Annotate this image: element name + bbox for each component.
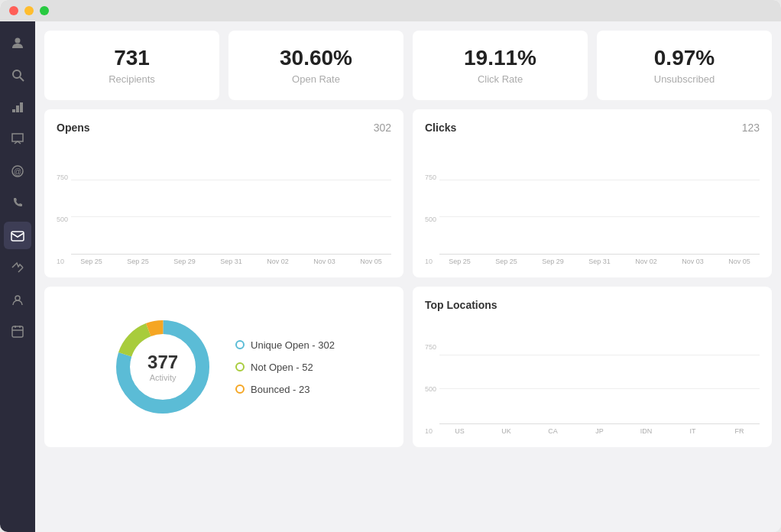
opens-x-labels: Sep 25Sep 25Sep 29Sep 31Nov 02Nov 03Nov … <box>71 255 391 265</box>
titlebar <box>0 0 781 21</box>
location-x-label: UK <box>486 427 527 435</box>
bottom-row: 377 Activity Unique Open - 302Not Open -… <box>44 287 772 447</box>
stat-label-unsubscribed: Unsubscribed <box>609 73 760 85</box>
opens-y-labels: 750 500 10 <box>57 174 71 265</box>
opens-bars <box>71 143 391 255</box>
stat-value-open-rate: 30.60% <box>241 46 391 70</box>
opens-chart-header: Opens 302 <box>57 122 391 134</box>
sidebar-icon-4[interactable]: @ <box>4 157 31 185</box>
legend-item-not-open: Not Open - 52 <box>235 362 335 373</box>
minimize-button[interactable] <box>24 6 34 15</box>
svg-line-2 <box>20 77 24 81</box>
top-locations-title: Top Locations <box>425 299 497 311</box>
locations-bars-wrapper: USUKCAJPIDNITFR <box>439 320 760 435</box>
svg-point-9 <box>15 296 20 300</box>
location-x-label: FR <box>719 427 760 435</box>
charts-row: Opens 302 750 500 10 <box>44 109 772 277</box>
opens-grid <box>71 143 391 254</box>
top-locations-card: Top Locations 750 500 10 USUKCAJPIDNITFR <box>413 287 772 447</box>
sidebar-icon-8[interactable] <box>4 286 31 313</box>
top-locations-chart-area: 750 500 10 USUKCAJPIDNITFR <box>425 320 760 435</box>
clicks-bars <box>439 143 760 255</box>
activity-label: Activity <box>147 373 178 382</box>
stat-label-recipients: Recipients <box>57 73 207 85</box>
stat-value-click-rate: 19.11% <box>425 46 575 70</box>
opens-chart-card: Opens 302 750 500 10 <box>44 109 403 277</box>
legend-dot-not-open <box>235 362 245 371</box>
svg-rect-3 <box>12 109 15 112</box>
sidebar-icon-2[interactable] <box>4 93 31 121</box>
legend-label-not-open: Not Open - 52 <box>251 362 313 373</box>
svg-rect-10 <box>12 326 23 337</box>
activity-number: 377 <box>147 352 178 373</box>
legend-dot-bounced <box>235 384 245 394</box>
activity-legend: Unique Open - 302Not Open - 52Bounced - … <box>235 339 335 395</box>
legend-label-unique-open: Unique Open - 302 <box>251 339 335 351</box>
bar-x-label: Sep 25 <box>486 258 527 265</box>
bar-x-label: Sep 29 <box>533 258 573 265</box>
clicks-chart-card: Clicks 123 750 500 10 <box>413 109 772 277</box>
svg-text:@: @ <box>14 167 21 176</box>
bar-x-label: Nov 02 <box>626 258 666 265</box>
sidebar-icon-3[interactable] <box>4 125 31 153</box>
top-locations-header: Top Locations <box>425 299 760 311</box>
location-x-label: CA <box>533 427 573 435</box>
legend-item-unique-open: Unique Open - 302 <box>235 339 335 351</box>
sidebar: @ <box>0 21 35 532</box>
svg-rect-8 <box>11 232 24 241</box>
bar-x-label: Nov 02 <box>258 258 298 265</box>
locations-y-labels: 750 500 10 <box>425 343 439 435</box>
activity-card: 377 Activity Unique Open - 302Not Open -… <box>44 287 403 447</box>
stat-card-click-rate: 19.11%Click Rate <box>413 31 588 100</box>
clicks-chart-header: Clicks 123 <box>425 122 760 134</box>
sidebar-icon-5[interactable] <box>4 190 31 217</box>
clicks-chart-title: Clicks <box>425 122 456 134</box>
clicks-x-labels: Sep 25Sep 25Sep 29Sep 31Nov 02Nov 03Nov … <box>439 255 760 265</box>
donut-chart: 377 Activity <box>113 317 212 417</box>
location-x-label: IT <box>672 427 713 435</box>
bar-x-label: Sep 29 <box>164 258 205 265</box>
sidebar-icon-7[interactable] <box>4 254 31 281</box>
clicks-chart-area: 750 500 10 Sep 25Sep 25Sep 29S <box>425 143 760 265</box>
sidebar-icon-0[interactable] <box>4 29 31 57</box>
stat-card-open-rate: 30.60%Open Rate <box>228 31 403 100</box>
bar-x-label: Nov 03 <box>672 258 713 265</box>
locations-grid <box>439 320 760 423</box>
locations-x-labels: USUKCAJPIDNITFR <box>439 424 760 435</box>
clicks-chart-count: 123 <box>742 122 760 134</box>
stat-card-unsubscribed: 0.97%Unsubscribed <box>597 31 772 100</box>
legend-label-bounced: Bounced - 23 <box>251 384 309 395</box>
stats-row: 731Recipients30.60%Open Rate19.11%Click … <box>44 31 772 100</box>
close-button[interactable] <box>9 6 18 15</box>
location-x-label: US <box>439 427 480 435</box>
bar-x-label: Nov 05 <box>351 258 391 265</box>
stat-label-click-rate: Click Rate <box>425 73 575 85</box>
donut-center: 377 Activity <box>147 352 178 382</box>
app-window: @ 731Recipients30.60%Open Rate19.11%Clic… <box>0 0 781 532</box>
stat-value-recipients: 731 <box>57 46 207 70</box>
opens-bars-wrapper: Sep 25Sep 25Sep 29Sep 31Nov 02Nov 03Nov … <box>71 143 391 265</box>
bar-x-label: Sep 25 <box>71 258 112 265</box>
bar-x-label: Sep 31 <box>211 258 251 265</box>
sidebar-icon-1[interactable] <box>4 61 31 89</box>
location-x-label: IDN <box>626 427 666 435</box>
bar-x-label: Sep 31 <box>579 258 620 265</box>
svg-point-1 <box>13 70 21 78</box>
opens-chart-title: Opens <box>57 122 90 134</box>
locations-bars <box>439 320 760 424</box>
opens-chart-count: 302 <box>374 122 391 134</box>
stat-value-unsubscribed: 0.97% <box>609 46 760 70</box>
bar-x-label: Nov 03 <box>304 258 345 265</box>
maximize-button[interactable] <box>40 6 49 15</box>
sidebar-icon-9[interactable] <box>4 318 31 345</box>
svg-rect-5 <box>20 102 23 112</box>
clicks-bars-wrapper: Sep 25Sep 25Sep 29Sep 31Nov 02Nov 03Nov … <box>439 143 760 265</box>
sidebar-icon-6[interactable] <box>4 222 31 249</box>
location-x-label: JP <box>579 427 620 435</box>
stat-card-recipients: 731Recipients <box>44 31 219 100</box>
opens-chart-area: 750 500 10 Sep 25Sep 25Sep 29S <box>57 143 391 265</box>
stat-label-open-rate: Open Rate <box>241 73 391 85</box>
bar-x-label: Sep 25 <box>439 258 480 265</box>
bar-x-label: Nov 05 <box>719 258 760 265</box>
svg-rect-4 <box>16 105 19 112</box>
